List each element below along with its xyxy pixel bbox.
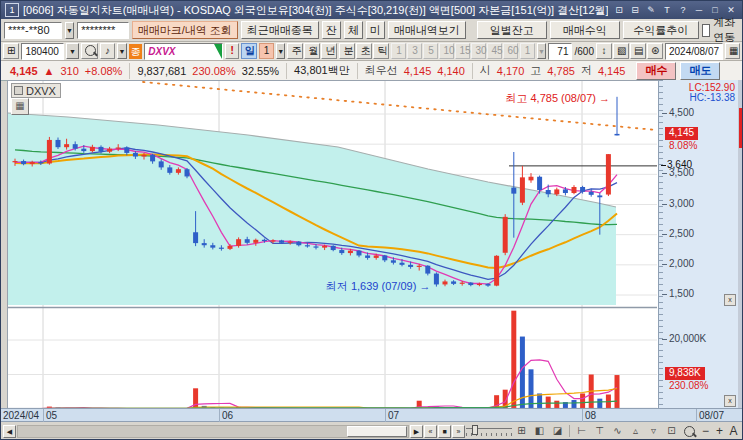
account-toolbar: ****-**80 ▼ ******** 매매마크/내역 조회 최근매매종목 잔… — [1, 19, 742, 42]
current-price-badge: 4,145 — [665, 127, 698, 140]
main-pane-close-icon[interactable]: x — [724, 294, 736, 306]
intraday-button-분[interactable]: 분 — [339, 43, 355, 59]
date-axis-label: 2024/04 — [3, 410, 39, 421]
account-select[interactable]: ****-**80 — [4, 22, 62, 39]
edit-icon[interactable]: ✎ — [644, 4, 658, 17]
legend-checkbox-icon[interactable] — [14, 86, 23, 95]
chart-tool-icon-▤[interactable]: ▤ — [630, 43, 646, 59]
unfilled-tab-button[interactable]: 미 — [366, 21, 385, 39]
chart-plot-area[interactable]: 최고 4,785 (08/07) →최저 1,639 (07/09) → DXV… — [7, 80, 658, 409]
account-link-checkbox[interactable]: 계좌연동 — [702, 15, 739, 45]
code-dropdown-icon[interactable]: ▼ — [66, 43, 79, 59]
alert-button[interactable]: ! — [225, 43, 238, 59]
help-icon[interactable]: ? — [676, 4, 690, 17]
series-legend-tab[interactable]: DXVX — [11, 83, 61, 98]
divider — [569, 425, 570, 437]
option-icon-◧[interactable]: ◧ — [531, 423, 548, 439]
intraday-button-틱[interactable]: 틱 — [373, 43, 389, 59]
balance-tab-button[interactable]: 잔 — [322, 21, 341, 39]
account-dropdown-icon[interactable]: ▼ — [65, 22, 74, 39]
link-window-icon[interactable]: ⊞ — [3, 43, 19, 59]
price-axis-label: 1,500 — [669, 288, 694, 299]
price-axis: LC:152.90 HC:-13.38 4,145 8.08% 3,640 x … — [658, 80, 738, 408]
tool-icon-⊤[interactable]: ⊤ — [591, 423, 608, 439]
search-icon[interactable] — [81, 43, 98, 59]
option-icon-◪[interactable]: ◪ — [549, 423, 566, 439]
chart-scrollbar[interactable] — [17, 425, 409, 438]
intraday-button-초[interactable]: 초 — [356, 43, 372, 59]
query-trades-button[interactable]: 매매마크/내역 조회 — [132, 21, 238, 39]
period-button-년[interactable]: 년 — [321, 43, 337, 59]
axis-tick-marks — [659, 80, 663, 408]
chart-canvas[interactable]: 최고 4,785 (08/07) →최저 1,639 (07/09) → — [8, 81, 658, 409]
minute-button-1: 1 — [391, 43, 406, 59]
tool-icon-▿[interactable]: ▿ — [645, 423, 662, 439]
playback-icon-«[interactable]: « — [424, 425, 437, 438]
chart-tool-icon-▧[interactable]: ▧ — [613, 43, 629, 59]
high-price: 4,785 — [547, 65, 575, 77]
slider-handle[interactable] — [472, 425, 478, 435]
volume-pane-close-icon[interactable]: x — [724, 395, 736, 407]
playback-icon-»[interactable]: » — [452, 425, 465, 438]
calendar-icon[interactable]: ▦ — [725, 43, 740, 59]
trade-profit-button[interactable]: 매매수익 — [550, 21, 620, 39]
password-field[interactable]: ******** — [77, 22, 128, 39]
chart-tool-icon-↕[interactable]: ↕ — [596, 43, 612, 59]
sound-dropdown-icon[interactable]: ▼ — [117, 43, 126, 59]
period-button-주[interactable]: 주 — [287, 43, 303, 59]
right-frame-strip — [738, 80, 743, 408]
auto-scale-icon[interactable]: A — [727, 424, 740, 438]
date-axis-label: 08/07 — [699, 410, 724, 421]
zoom-out-icon[interactable]: − — [699, 424, 712, 438]
playback-icon-▶[interactable]: ▶ — [410, 425, 423, 438]
filled-tab-button[interactable]: 체 — [344, 21, 363, 39]
magnifier-icon[interactable] — [681, 423, 698, 439]
date-axis-label: 06 — [222, 410, 233, 421]
trade-history-button[interactable]: 매매내역보기 — [388, 21, 466, 39]
open-label: 시 — [480, 63, 491, 78]
sound-icon[interactable]: ♪ — [100, 43, 115, 59]
sub-count-dropdown-icon[interactable]: ▼ — [537, 43, 546, 59]
period-button-월[interactable]: 월 — [304, 43, 320, 59]
scrollbar-thumb[interactable] — [347, 426, 407, 437]
chart-tool-icon-⊛[interactable]: ⊛ — [647, 43, 663, 59]
recent-trades-button[interactable]: 최근매매종목 — [241, 21, 319, 39]
text-icon[interactable]: T — [660, 4, 674, 17]
zoom-slider[interactable] — [466, 425, 512, 438]
window-title: [0606] 자동일지차트(매매내역) - KOSDAQ 외국인보유[304(천… — [23, 3, 608, 18]
period-day-button[interactable]: 일 — [241, 43, 257, 59]
zoom-in-icon[interactable]: + — [713, 424, 726, 438]
tool-icon-⊢[interactable]: ⊢ — [573, 423, 590, 439]
title-bar[interactable]: 1 [0606] 자동일지차트(매매내역) - KOSDAQ 외국인보유[304… — [1, 1, 742, 19]
minute-button-5: 5 — [423, 43, 438, 59]
checkbox-icon[interactable] — [702, 24, 710, 37]
buy-button[interactable]: 매수 — [636, 62, 676, 80]
account-link-label: 계좌연동 — [713, 15, 739, 45]
playback-icon-■[interactable]: ■ — [438, 425, 451, 438]
sell-button[interactable]: 매도 — [680, 62, 720, 80]
best-ask: 4,145 — [404, 65, 432, 77]
chart-option-icons: ⊞◧◪ — [513, 423, 566, 439]
yield-trend-button[interactable]: 수익률추이 — [623, 21, 699, 39]
scroll-left-icon[interactable]: ◀ — [3, 425, 16, 438]
chart-date-field[interactable]: 2024/08/07 — [665, 43, 723, 60]
chart-grid-icon[interactable]: ▦ — [11, 98, 29, 115]
price-axis-label: 4,500 — [669, 107, 694, 118]
bar-unit-value[interactable]: 1 — [259, 43, 274, 59]
cascade-icon[interactable]: ⊟ — [628, 4, 642, 17]
stock-name-field[interactable]: DXVX — [144, 43, 223, 60]
tool-icon-⊡[interactable]: ⊡ — [663, 423, 680, 439]
drawing-tool-icons: ⊢⊤∿▵▿⊡ — [573, 423, 680, 439]
bar-unit-dropdown-icon[interactable]: ▼ — [276, 43, 285, 59]
date-axis-tick — [219, 409, 220, 422]
option-icon-⊞[interactable]: ⊞ — [513, 423, 530, 439]
stock-code-input[interactable]: 180400 — [21, 43, 64, 60]
tool-icon-▵[interactable]: ▵ — [627, 423, 644, 439]
high-label: 고 — [530, 63, 541, 78]
fullscreen-icon[interactable]: ⊡ — [612, 4, 626, 17]
minute-button-45: 45 — [487, 43, 502, 59]
daily-balance-button[interactable]: 일별잔고 — [477, 21, 547, 39]
current-volume-pct: 230.08% — [669, 380, 708, 391]
bars-shown-input[interactable]: 71 — [548, 43, 572, 60]
tool-icon-∿[interactable]: ∿ — [609, 423, 626, 439]
